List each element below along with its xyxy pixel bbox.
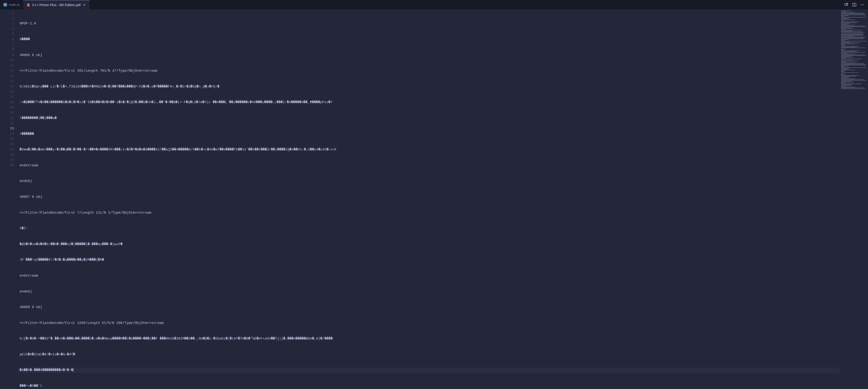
line-number: 7 [0,42,14,47]
code-line-current: �A��X�-���8���������4�^�~� [18,367,840,373]
tab-label: main.ts [9,3,20,7]
code-line: �@D�V�va�d�R�%!��G�:���sZ�(�����}�:���my… [18,242,840,247]
line-number: 30 [0,163,14,168]
line-number: 19 [0,105,14,110]
close-icon[interactable]: × [83,3,86,7]
tabs-bar: TS main.ts C++ Primer Plus - 6th Edition… [0,0,868,9]
line-number: 27 [0,147,14,152]
svg-point-5 [862,4,863,5]
line-number: 26 [0,142,14,147]
line-number: 28 [0,152,14,157]
line-number: 6 [0,37,14,42]
line-number: 8 [0,47,14,52]
tab-label: C++ Primer Plus - 6th Edition.pdf [32,3,81,7]
line-number: 14 [0,79,14,84]
code-line: >������ [18,131,840,137]
minimap[interactable] [840,9,868,389]
ts-icon: TS [3,3,7,7]
line-number: 11 [0,63,14,68]
find-replace-icon[interactable] [843,1,849,8]
line-number: 3 [0,21,14,26]
editor-container: 1 2 3 4 5 6 7 8 9 10 11 12 13 14 15 16 1… [0,9,868,389]
line-number: 2 [0,16,14,21]
code-line: endstream [18,273,840,278]
text-cursor [73,368,73,372]
code-line: h□[�r�8�~^��$3"�_��n9�x���o��L����3�ⱼm�W… [18,336,840,341]
line-number: 17 [0,94,14,100]
line-number: 20 [0,110,14,115]
code-line: h□VKk1�Oψ=y��� LJ/�!Ĺ�=,fINl66���hF�MRƂ{… [18,84,840,89]
code-line: \��������)��j���w� [18,115,840,121]
line-number: 24 [0,131,14,136]
code-line: h�lᵓ [18,226,840,231]
code-line: <</Filter/FlateDecode/First 2266/Length … [18,321,840,326]
code-line: pEJ1�H�ItW(�B!�>1s�+�%~�#T� [18,352,840,357]
svg-point-4 [861,4,861,5]
line-number: 4 [0,26,14,31]
code-line: ���^+�S��`t [18,383,840,389]
line-number: 13 [0,73,14,79]
more-actions-icon[interactable] [859,1,866,8]
line-number: 12 [0,68,14,73]
line-number: 18 [0,100,14,105]
tab-pdf[interactable]: C++ Primer Plus - 6th Edition.pdf × [23,0,90,9]
line-number: 22 [0,121,14,126]
code-line: %���� [18,37,840,42]
line-number: 23 [0,126,14,131]
code-line: endstream [18,163,840,168]
line-number: 16 [0,89,14,94]
code-editor-area[interactable]: %PDF-1.6 %���� 40066 0 obj <</Filter/Fla… [18,9,840,389]
pdf-icon [27,3,30,7]
code-line: <</Filter/FlateDecode/First 7/Length 121… [18,210,840,215]
code-line: �bWw�l��u�m&ʏ���y!�2��q��□�Y��-�/ʏ��M�x�… [18,147,840,152]
line-number: 9 [0,53,14,58]
line-number: 10 [0,58,14,63]
line-number: 21 [0,115,14,121]
line-number: 25 [0,137,14,142]
tabs-actions [843,1,868,8]
split-editor-icon[interactable] [851,1,858,8]
code-line: endobj [18,178,840,184]
svg-point-6 [863,4,864,5]
code-line: :4�@���fT4�X��S������b�D�(�P�s1�`5$�$��R… [18,100,840,105]
line-number: 29 [0,157,14,163]
code-line: 40068 0 obj [18,305,840,310]
code-line: endobj [18,289,840,294]
tab-main-ts[interactable]: TS main.ts [0,0,23,9]
code-line: %PDF-1.6 [18,21,840,26]
code-line: <</Filter/FlateDecode/First 491/Length 7… [18,68,840,73]
code-line: 40067 0 obj [18,194,840,199]
code-line: 40066 0 obj [18,53,840,58]
line-number: 1 [0,10,14,16]
svg-rect-0 [845,3,847,5]
line-number: 5 [0,31,14,37]
line-number: 15 [0,84,14,89]
line-number-gutter: 1 2 3 4 5 6 7 8 9 10 11 12 13 14 15 16 1… [0,9,18,389]
code-line: JF`���!aC�����6\7�5�□�q����h��y�2M���{�M… [18,257,840,262]
